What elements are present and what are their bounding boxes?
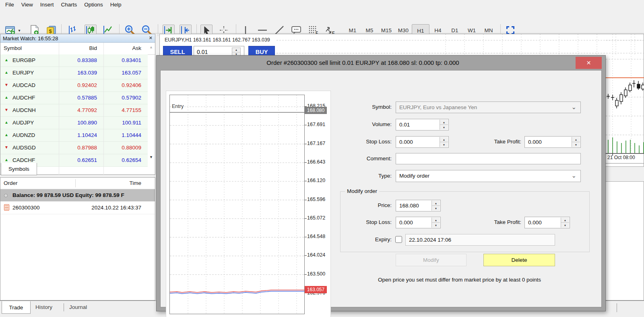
expiry-checkbox[interactable]: [395, 236, 402, 243]
stoploss-value: 0.000: [399, 139, 413, 145]
menu-item-charts[interactable]: Charts: [58, 2, 81, 8]
price-scale-label: 167.167: [307, 141, 330, 146]
column-divider: [75, 179, 76, 187]
symbol-name: AUDNZD: [12, 132, 35, 138]
modify-takeprofit-field[interactable]: 0.000 ▲▼: [524, 217, 570, 228]
modify-takeprofit-value: 0.000: [528, 220, 542, 226]
spin-down-icon[interactable]: ▼: [440, 142, 448, 147]
takeprofit-field[interactable]: 0.000 ▲▼: [524, 136, 581, 148]
type-value: Modify order: [399, 173, 429, 179]
toolbar: ▾ $: [0, 9, 644, 33]
modify-takeprofit-label: Take Profit:: [469, 219, 521, 225]
market-watch-row-eurgbp[interactable]: ▲EURGBP0.833880.83401: [0, 54, 148, 67]
spin-down-icon[interactable]: ▼: [432, 223, 440, 228]
entry-price-badge: 168.080: [305, 107, 327, 114]
price-scale-label: 164.548: [307, 234, 330, 239]
menu-item-insert[interactable]: Insert: [37, 2, 58, 8]
column-order[interactable]: Order: [4, 180, 18, 186]
market-watch-row-audcnh[interactable]: ▼AUDCNH4.770924.77155: [0, 104, 148, 117]
spin-down-icon[interactable]: ▼: [561, 223, 569, 228]
takeprofit-spinner[interactable]: ▲▼: [572, 137, 580, 147]
ask-value: 0.92406: [93, 82, 141, 88]
spin-down-icon[interactable]: ▼: [440, 125, 448, 130]
time-axis-label: 21 Oct 08:00: [607, 155, 635, 160]
modify-stoploss-field[interactable]: 0.000 ▲▼: [396, 217, 441, 228]
spin-down-icon[interactable]: ▼: [572, 142, 580, 147]
spin-up-icon[interactable]: ▲: [440, 137, 448, 142]
spin-up-icon[interactable]: ▲: [440, 120, 448, 125]
statusbar-divider: [617, 303, 617, 312]
expiry-label: Expiry:: [334, 236, 392, 242]
tab-history[interactable]: History: [35, 304, 52, 310]
modify-button[interactable]: Modify: [396, 254, 466, 266]
order-row[interactable]: 260300300 2024.10.22 16:43:37: [0, 202, 155, 214]
horizontal-line-icon: [257, 26, 268, 34]
market-watch-row-audchf[interactable]: ▲AUDCHF0.578850.57902: [0, 92, 148, 104]
spin-up-icon[interactable]: ▲: [432, 201, 440, 206]
column-divider: [59, 43, 59, 175]
spin-up-icon[interactable]: ▲: [432, 218, 440, 223]
modify-takeprofit-spinner[interactable]: ▲▼: [561, 218, 569, 228]
bid-value: 0.87988: [49, 145, 97, 151]
market-watch-row-eurjpy[interactable]: ▲EURJPY163.039163.057: [0, 67, 148, 79]
modify-stoploss-spinner[interactable]: ▲▼: [431, 218, 440, 228]
arrow-up-icon: ▲: [4, 133, 8, 137]
spin-down-icon[interactable]: ▼: [432, 206, 440, 211]
mini-chart-plot: [169, 95, 305, 314]
stoploss-field[interactable]: 0.000 ▲▼: [396, 136, 449, 148]
dialog-titlebar[interactable]: Order #260300300 sell limit 0.01 EURJPY …: [157, 56, 605, 70]
menu-item-view[interactable]: View: [18, 2, 37, 8]
balance-row[interactable]: Balance: 99 878.59 USD Equity: 99 878.59…: [0, 189, 155, 201]
column-symbol[interactable]: Symbol: [4, 45, 22, 51]
chart-right-sliver: [606, 34, 644, 163]
chart-subwindow-separator[interactable]: [606, 163, 644, 164]
menu-item-help[interactable]: Help: [107, 2, 125, 8]
stoploss-spinner[interactable]: ▲▼: [440, 137, 448, 147]
column-ask[interactable]: Ask: [93, 45, 141, 51]
axis-tick: [304, 274, 307, 275]
chevron-down-icon: ⌄: [571, 104, 576, 111]
spin-up-icon[interactable]: ▲: [232, 48, 240, 52]
order-time: 2024.10.22 16:43:37: [77, 205, 141, 211]
market-watch-titlebar[interactable]: Market Watch: 16:55:28 ✕: [0, 34, 155, 43]
volume-field[interactable]: 0.01 ▲▼: [396, 119, 449, 131]
type-dropdown[interactable]: Modify order ⌄: [396, 170, 581, 182]
price-value: 168.080: [399, 203, 419, 209]
market-watch-row-audnzd[interactable]: ▲AUDNZD1.104241.10444: [0, 129, 148, 142]
column-bid[interactable]: Bid: [49, 45, 97, 51]
axis-tick: [304, 125, 307, 125]
spin-up-icon[interactable]: ▲: [572, 137, 580, 142]
market-watch-row-audcad[interactable]: ▼AUDCAD0.924020.92406: [0, 79, 148, 92]
modify-stoploss-label: Stop Loss:: [334, 219, 392, 225]
market-watch-row-audjpy[interactable]: ▲AUDJPY100.890100.911: [0, 117, 148, 129]
mini-chart-canvas: [170, 95, 304, 314]
tab-symbols[interactable]: Symbols: [1, 163, 37, 175]
chart-ohlc-header: EURJPY,H1 163.161 163.161 162.767 163.03…: [165, 37, 270, 43]
expiry-field[interactable]: 22.10.2024 17:06: [405, 234, 555, 246]
dialog-close-button[interactable]: ✕: [576, 57, 602, 69]
price-spinner[interactable]: ▲▼: [431, 201, 440, 211]
delete-button[interactable]: Delete: [483, 254, 555, 266]
scroll-down-icon[interactable]: ▼: [149, 155, 153, 159]
spin-up-icon[interactable]: ▲: [561, 218, 569, 223]
column-time[interactable]: Time: [77, 180, 141, 186]
market-watch-close-icon[interactable]: ✕: [149, 35, 153, 41]
bid-value: 0.57885: [49, 95, 97, 101]
comment-input[interactable]: [396, 153, 581, 164]
menu-item-file[interactable]: File: [2, 2, 18, 8]
axis-tick: [304, 218, 307, 219]
tab-trade[interactable]: Trade: [2, 301, 31, 314]
price-scale-label: 165.596: [307, 197, 330, 202]
symbol-name: CADCHF: [12, 157, 35, 163]
market-watch-row-audsgd[interactable]: ▼AUDSGD0.879880.88009: [0, 142, 148, 154]
market-watch-header: Symbol Bid Ask: [0, 43, 155, 55]
scroll-up-icon[interactable]: ▲: [149, 45, 153, 49]
volume-spinner[interactable]: ▲▼: [440, 120, 448, 130]
price-field[interactable]: 168.080 ▲▼: [396, 200, 441, 211]
menu-bar: FileViewInsertChartsOptionsHelp: [0, 0, 644, 9]
tab-journal[interactable]: Journal: [69, 304, 87, 310]
dialog-footer-note: Open price you set must differ from mark…: [334, 277, 585, 283]
menu-item-options[interactable]: Options: [80, 2, 107, 8]
symbol-dropdown[interactable]: EURJPY, Euro vs Japanese Yen ⌄: [396, 102, 581, 113]
dialog-body: Entry 168.215167.691167.167166.643166.12…: [160, 70, 602, 307]
